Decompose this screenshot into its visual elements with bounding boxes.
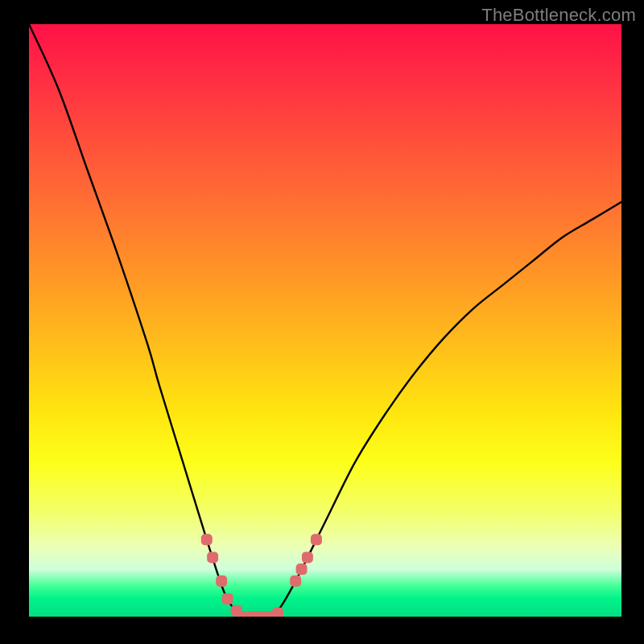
curve-layer	[29, 24, 621, 617]
watermark-text: TheBottleneck.com	[481, 5, 636, 26]
chart-stage: TheBottleneck.com	[0, 0, 644, 644]
highlight-marker	[201, 534, 213, 545]
bottleneck-curve	[29, 24, 621, 617]
highlight-marker	[302, 551, 313, 563]
highlight-markers	[201, 534, 322, 617]
highlight-marker	[216, 576, 227, 587]
highlight-marker	[290, 576, 301, 587]
highlight-marker	[207, 551, 218, 563]
highlight-marker	[272, 608, 283, 617]
plot-area	[29, 24, 621, 617]
highlight-marker	[296, 564, 308, 575]
highlight-marker	[222, 593, 233, 605]
highlight-marker	[311, 534, 322, 545]
